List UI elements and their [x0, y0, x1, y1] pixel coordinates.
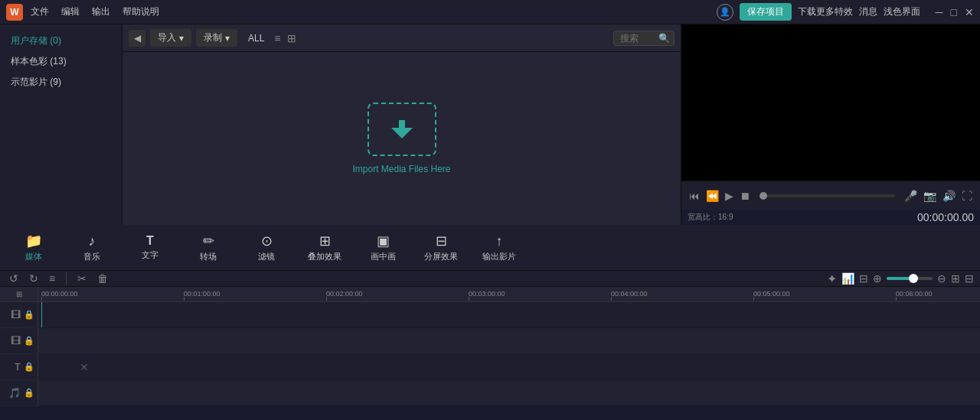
menu-edit[interactable]: 编辑	[61, 5, 80, 18]
ruler-mark-0: 00:00:00:00	[41, 290, 78, 298]
record-button[interactable]: 录制 ▾	[196, 29, 237, 47]
layout-button-2[interactable]: ⊟	[965, 272, 974, 285]
save-project-button[interactable]: 保存项目	[740, 3, 792, 21]
split-icon: ⊟	[436, 233, 447, 249]
preview-progress-bar[interactable]	[760, 194, 895, 197]
pip-icon: ▣	[377, 233, 390, 249]
delete-button[interactable]: 🗑	[94, 271, 111, 286]
tab-export[interactable]: ↑ 输出影片	[472, 228, 527, 268]
grid-view-button[interactable]: ⊞	[285, 31, 299, 46]
message-button[interactable]: 消息	[859, 5, 877, 18]
import-drop-zone[interactable]	[368, 103, 436, 156]
tab-transition[interactable]: ✏ 转场	[181, 228, 236, 268]
video-track-2-lock[interactable]: 🔒	[24, 336, 34, 346]
track-label-video2: 🎞 🔒	[0, 328, 38, 354]
close-button[interactable]: ✕	[965, 6, 974, 18]
volume-button[interactable]: 🔊	[942, 190, 956, 202]
timeline-area: ↺ ↻ ≡ ✂ 🗑 ✦ 📊 ⊟ ⊕ ⊖ ⊞ ⊟ ⊞ 🎞 🔒 🎞	[0, 271, 980, 405]
transition-icon: ✏	[203, 233, 214, 249]
list-view-button[interactable]: ≡	[272, 31, 283, 46]
download-effects-button[interactable]: 下载更多特效	[798, 5, 853, 18]
timeline-content: ⊞ 🎞 🔒 🎞 🔒 T 🔒 🎵 🔒 00:00:00:00	[0, 287, 980, 406]
tab-filter-label: 滤镜	[258, 251, 275, 262]
sidebar: 用户存储 (0) 样本色彩 (13) 示范影片 (9)	[0, 24, 122, 225]
sidebar-item-user-storage[interactable]: 用户存储 (0)	[0, 31, 122, 51]
video-track-1-icon: 🎞	[11, 309, 21, 321]
avatar[interactable]: 👤	[717, 4, 733, 21]
screenshot-button[interactable]: 📷	[923, 190, 936, 202]
ruler-corner: ⊞	[0, 287, 38, 302]
ruler-mark-4: 00:04:00:00	[611, 290, 648, 298]
tool-tabs: 📁 媒体 ♪ 音乐 T 文字 ✏ 转场 ⊙ 滤镜 ⊞ 叠加效果 ▣ 画中画 ⊟ …	[0, 225, 980, 271]
timeline-toolbar: ↺ ↻ ≡ ✂ 🗑 ✦ 📊 ⊟ ⊕ ⊖ ⊞ ⊟	[0, 271, 980, 287]
stop-button[interactable]: ⏹	[740, 190, 750, 202]
audio-track-icon: 🎵	[8, 387, 21, 399]
effects-button[interactable]: ✦	[827, 272, 837, 286]
import-button[interactable]: 导入 ▾	[150, 29, 191, 47]
ruler-mark-1: 00:01:00:00	[184, 290, 220, 298]
theme-button[interactable]: 浅色界面	[884, 5, 920, 18]
playhead	[41, 302, 42, 327]
tab-overlay[interactable]: ⊞ 叠加效果	[297, 228, 352, 268]
zoom-out-button[interactable]: ⊖	[937, 272, 946, 285]
tab-split[interactable]: ⊟ 分屏效果	[413, 228, 469, 268]
menu-output[interactable]: 输出	[92, 5, 110, 18]
ruler-mark-2: 00:02:00:00	[326, 290, 363, 298]
tab-pip[interactable]: ▣ 画中画	[355, 228, 410, 268]
aspect-ratio-label: 宽高比：16:9	[688, 212, 733, 223]
media-panel: ◀ 导入 ▾ 录制 ▾ ALL ≡ ⊞ 🔍 Im	[122, 24, 681, 225]
audio-waveform-button[interactable]: 📊	[841, 272, 854, 285]
zoom-in-button[interactable]: ⊕	[873, 272, 882, 285]
sidebar-item-sample-colors[interactable]: 样本色彩 (13)	[0, 51, 122, 72]
search-input[interactable]	[613, 31, 675, 46]
tab-transition-label: 转场	[200, 251, 217, 262]
tab-filter[interactable]: ⊙ 滤镜	[239, 228, 294, 268]
timeline-ruler: 00:00:00:00 00:01:00:00 00:02:00:00 00:0…	[38, 287, 980, 302]
ruler-mark-5: 00:05:00:00	[753, 290, 790, 298]
tab-split-label: 分屏效果	[424, 251, 458, 262]
preview-controls: ⏮ ⏪ ▶ ⏹ 🎤 📷 🔊 ⛶	[681, 181, 980, 210]
track-labels: ⊞ 🎞 🔒 🎞 🔒 T 🔒 🎵 🔒	[0, 287, 38, 406]
titlebar-right: 👤 保存项目 下载更多特效 消息 浅色界面 ─ □ ✕	[717, 3, 974, 21]
redo-button[interactable]: ↻	[26, 271, 41, 286]
view-toggle: ≡ ⊞	[272, 31, 298, 46]
search-wrap: 🔍	[613, 31, 675, 46]
text-track-icon: T	[15, 361, 21, 373]
audio-track-lock[interactable]: 🔒	[24, 388, 34, 398]
filter-all-label[interactable]: ALL	[248, 33, 264, 44]
sidebar-item-demo-clips[interactable]: 示范影片 (9)	[0, 72, 122, 93]
tab-text[interactable]: T 文字	[122, 228, 178, 268]
zoom-slider[interactable]	[887, 277, 933, 280]
layout-button-1[interactable]: ⊞	[951, 272, 960, 285]
snap-icon[interactable]: ⊞	[16, 290, 22, 298]
video-track-1-lock[interactable]: 🔒	[24, 310, 34, 320]
tab-pip-label: 画中画	[371, 251, 396, 262]
zoom-fit-button[interactable]: ⊟	[859, 272, 868, 285]
mic-button[interactable]: 🎤	[904, 190, 917, 202]
cut-button[interactable]: ✂	[74, 271, 90, 286]
track-label-audio: 🎵 🔒	[0, 380, 38, 406]
play-button[interactable]: ▶	[725, 190, 733, 202]
track-cross-icon[interactable]: ✕	[80, 361, 89, 373]
tab-text-label: 文字	[142, 249, 158, 261]
maximize-button[interactable]: □	[951, 6, 957, 18]
track-row-text: ✕	[38, 354, 980, 380]
preview-right-icons: 🎤 📷 🔊 ⛶	[904, 190, 972, 202]
menu-bar: 文件 编辑 输出 帮助说明	[31, 5, 717, 18]
list-button[interactable]: ≡	[46, 271, 58, 286]
menu-file[interactable]: 文件	[31, 5, 49, 18]
back-button[interactable]: ◀	[129, 30, 145, 47]
track-label-video1: 🎞 🔒	[0, 302, 38, 328]
step-back-button[interactable]: ⏪	[706, 190, 719, 202]
text-track-lock[interactable]: 🔒	[24, 362, 34, 372]
tab-media[interactable]: 📁 媒体	[6, 228, 61, 268]
minimize-button[interactable]: ─	[936, 6, 943, 18]
fullscreen-button[interactable]: ⛶	[962, 190, 972, 202]
prev-frame-button[interactable]: ⏮	[689, 190, 700, 202]
overlay-icon: ⊞	[319, 233, 331, 249]
tab-music[interactable]: ♪ 音乐	[64, 228, 119, 268]
preview-screen[interactable]	[681, 24, 980, 181]
filter-icon: ⊙	[261, 233, 273, 249]
undo-button[interactable]: ↺	[6, 271, 21, 286]
menu-help[interactable]: 帮助说明	[122, 5, 159, 18]
